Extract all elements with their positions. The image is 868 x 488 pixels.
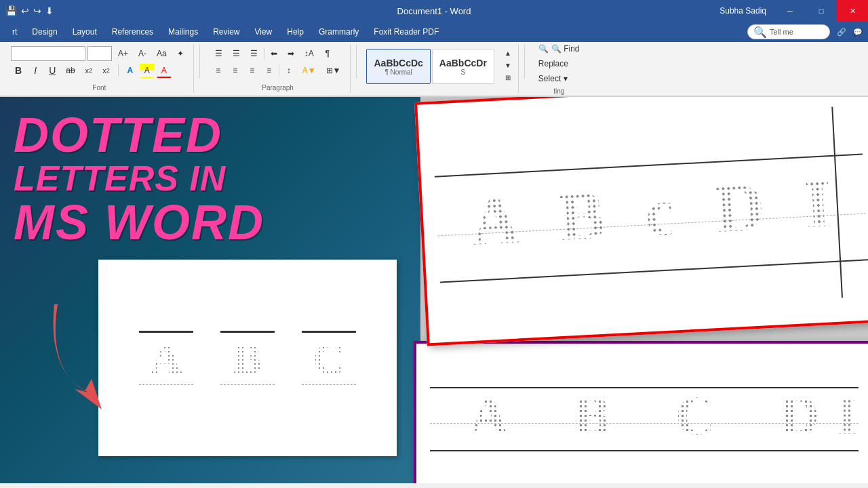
tell-me-input[interactable] [770,28,824,36]
font-group: KG Primary Do 12 A+ A- Aa ✦ B I U ab x2 … [5,45,194,93]
paragraph-group-label: Paragraph [211,84,345,92]
menu-review[interactable]: Review [206,24,246,39]
comments-icon[interactable]: 💬 [853,28,863,37]
letter-b-container: B [220,331,275,385]
select-button[interactable]: Select ▾ [536,73,583,85]
redo-icon[interactable]: ↪ [33,5,41,16]
big-letter-i-bottom: I [837,385,859,447]
menu-bar: rt Design Layout References Mailings Rev… [0,22,868,42]
styles-down-button[interactable]: ▼ [500,60,515,70]
undo-icon[interactable]: ↩ [21,5,29,16]
group-separator-3 [524,45,525,79]
title-bar: 💾 ↩ ↪ ⬇ Document1 - Word Subha Sadiq ─ □… [0,0,868,22]
shading-button[interactable]: A▼ [298,63,320,78]
title-line3: MS WORD [14,198,264,247]
letter-b: B [233,333,262,384]
font-color-button[interactable]: A [157,63,172,78]
highlight-button[interactable]: A [140,63,155,78]
big-letter-b-top: B [558,176,608,256]
menu-rt[interactable]: rt [5,24,24,39]
strikethrough-button[interactable]: ab [62,63,79,78]
increase-font-button[interactable]: A+ [114,46,132,61]
overlay-title: DOTTED LETTERS IN MS WORD [14,110,264,247]
increase-indent-button[interactable]: ➡ [283,46,298,61]
styles-group: AaBbCcDc ¶ Normal AaBbCcDr S ▲ ▼ ⊞ [362,45,518,93]
justify-button[interactable]: ≡ [262,63,277,78]
vertical-line-top [831,107,843,298]
bullets-button[interactable]: ☰ [211,46,226,61]
window-controls: Subha Sadiq ─ □ ✕ [711,0,868,22]
replace-button[interactable]: Replace [536,58,583,70]
style-normal-preview: AaBbCcDc [374,58,422,68]
decrease-font-button[interactable]: A- [134,46,151,61]
subscript-button[interactable]: x2 [81,63,97,78]
big-letter-d-bottom: D [780,385,819,447]
select-label: Select ▾ [538,74,568,83]
menu-grammarly[interactable]: Grammarly [312,24,366,39]
title-line1: DOTTED [14,110,264,159]
menu-view[interactable]: View [248,24,279,39]
minimize-button[interactable]: ─ [774,0,806,22]
align-center-button[interactable]: ≡ [228,63,243,78]
group-separator-2 [356,45,357,79]
styles-gallery: AaBbCcDc ¶ Normal AaBbCcDr S [365,47,495,85]
arrow-icon [34,291,170,426]
align-left-button[interactable]: ≡ [211,63,226,78]
big-letter-a-top: A [469,180,521,261]
maximize-button[interactable]: □ [806,0,837,22]
border-button[interactable]: ⊞▼ [322,63,345,78]
big-letter-b-bottom: B [574,385,610,447]
preview-card-top: A B c D I [414,97,868,346]
customize-icon[interactable]: ⬇ [45,5,54,16]
menu-mailings[interactable]: Mailings [161,24,205,39]
bold-button[interactable]: B [11,63,26,78]
paragraph-group: ☰ ☰ ☰ ⬅ ➡ ↕A ¶ ≡ ≡ ≡ ≡ ↕ A▼ ⊞▼ Paragraph [205,45,351,93]
menu-help[interactable]: Help [280,24,311,39]
title-line2: LETTERS IN [14,159,264,198]
share-icon[interactable]: 🔗 [831,28,852,37]
lined-paper-bottom: A B C D I [416,344,868,483]
style-normal[interactable]: AaBbCcDc ¶ Normal [366,49,430,84]
style-normal-label: ¶ Normal [384,68,412,76]
close-button[interactable]: ✕ [837,0,868,22]
lined-paper-top: A B c D I [417,97,868,343]
align-row: ≡ ≡ ≡ ≡ ↕ A▼ ⊞▼ [211,63,345,78]
menu-layout[interactable]: Layout [66,24,104,39]
search-icon: 🔍 [753,26,767,39]
italic-button[interactable]: I [28,63,43,78]
show-para-button[interactable]: ¶ [320,46,335,61]
clear-format-button[interactable]: ✦ [173,46,188,61]
font-group-label: Font [11,84,188,92]
line-spacing-button[interactable]: ↕ [281,63,296,78]
save-icon[interactable]: 💾 [5,5,17,16]
main-content: DOTTED LETTERS IN MS WORD A B [0,97,868,483]
tell-me-search[interactable]: 🔍 [747,24,830,39]
toolbar: KG Primary Do 12 A+ A- Aa ✦ B I U ab x2 … [0,42,868,96]
superscript-button[interactable]: x2 [98,63,114,78]
decrease-indent-button[interactable]: ⬅ [267,46,281,61]
style-second-preview: AaBbCcDr [439,58,487,68]
text-effects-button[interactable]: A [123,63,138,78]
align-right-button[interactable]: ≡ [245,63,260,78]
menu-design[interactable]: Design [25,24,64,39]
editing-group: 🔍 🔍 Find Replace Select ▾ ting [530,45,588,93]
window-title: Document1 - Word [397,6,471,16]
big-letter-a-bottom: A [469,385,509,447]
multilevel-list-button[interactable]: ☰ [246,46,262,61]
find-icon: 🔍 [538,44,549,54]
underline-button[interactable]: U [45,63,60,78]
user-name: Subha Sadiq [711,6,774,16]
change-case-button[interactable]: Aa [153,46,171,61]
style-second[interactable]: AaBbCcDr S [432,49,494,84]
sort-button[interactable]: ↕A [300,46,318,61]
big-letter-c-top: c [644,172,677,251]
menu-references[interactable]: References [105,24,160,39]
separator [118,64,119,77]
styles-expand-button[interactable]: ⊞ [500,72,515,83]
numbering-button[interactable]: ☰ [229,46,244,61]
styles-up-button[interactable]: ▲ [500,47,515,58]
find-button[interactable]: 🔍 🔍 Find [536,43,583,55]
font-name-input[interactable]: KG Primary Do [11,46,85,61]
font-size-input[interactable]: 12 [87,46,112,61]
menu-foxit[interactable]: Foxit Reader PDF [367,24,446,39]
